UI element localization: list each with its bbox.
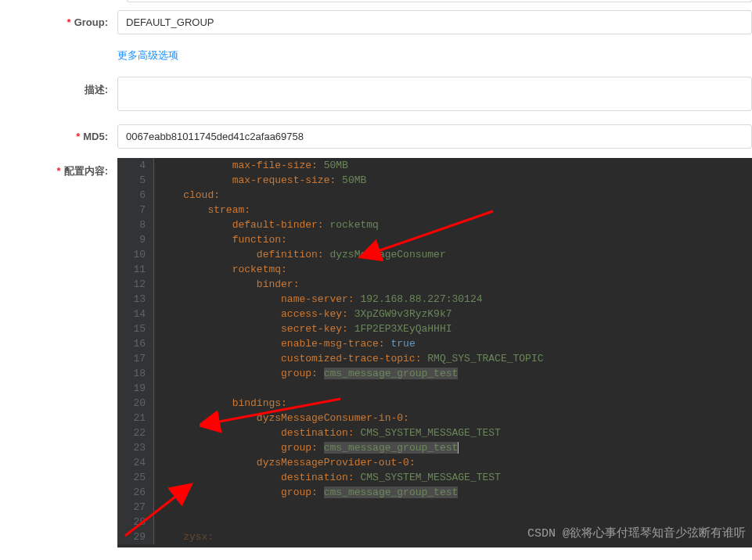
code-line[interactable]: group: cms_message_group_test	[159, 485, 752, 500]
desc-textarea[interactable]	[117, 77, 752, 111]
code-line[interactable]: customized-trace-topic: RMQ_SYS_TRACE_TO…	[159, 351, 752, 366]
group-label-text: Group:	[74, 16, 108, 28]
md5-label: *MD5:	[0, 124, 117, 142]
line-number: 13	[117, 292, 146, 307]
line-number: 15	[117, 321, 146, 336]
line-number: 11	[117, 262, 146, 277]
code-line[interactable]: enable-msg-trace: true	[159, 336, 752, 351]
code-line[interactable]: dyzsMessageConsumer-in-0:	[159, 411, 752, 425]
line-number: 17	[117, 351, 146, 366]
code-line[interactable]	[159, 500, 752, 515]
code-line[interactable]: function:	[159, 232, 752, 247]
code-line[interactable]: secret-key: 1FP2EP3XEyQaHHHI	[159, 321, 752, 336]
code-line[interactable]: destination: CMS_SYSTEM_MESSAGE_TEST	[159, 425, 752, 440]
required-star-icon: *	[57, 165, 61, 177]
more-advanced-link[interactable]: 更多高级选项	[117, 44, 178, 64]
md5-input[interactable]	[117, 124, 752, 149]
group-label: *Group:	[0, 10, 117, 28]
code-line[interactable]: group: cms_message_group_test	[159, 440, 752, 455]
line-number: 10	[117, 247, 146, 262]
line-number: 7	[117, 203, 146, 217]
line-number: 28	[117, 515, 146, 529]
code-line[interactable]: cloud:	[159, 188, 752, 203]
code-line[interactable]: max-file-size: 50MB	[159, 158, 752, 173]
code-line[interactable]: dyzsMessageProvider-out-0:	[159, 455, 752, 470]
line-number: 14	[117, 307, 146, 321]
code-line[interactable]: zysx:	[159, 529, 752, 544]
line-number: 21	[117, 411, 146, 425]
code-line[interactable]: bindings:	[159, 396, 752, 411]
desc-label-text: 描述:	[85, 84, 108, 95]
group-row: *Group:	[0, 10, 752, 34]
line-number: 29	[117, 529, 146, 544]
code-line[interactable]: name-server: 192.168.88.227:30124	[159, 292, 752, 307]
line-number: 9	[117, 232, 146, 247]
prev-field-bottom-edge	[127, 0, 752, 2]
code-line[interactable]: stream:	[159, 203, 752, 217]
code-line[interactable]: binder:	[159, 277, 752, 292]
code-line[interactable]: group: cms_message_group_test	[159, 366, 752, 381]
code-line[interactable]: rocketmq:	[159, 262, 752, 277]
md5-row: *MD5:	[0, 124, 752, 149]
desc-label: 描述:	[0, 77, 117, 97]
code-line[interactable]: destination: CMS_SYSTEM_MESSAGE_TEST	[159, 470, 752, 485]
line-number: 27	[117, 500, 146, 515]
line-number: 26	[117, 485, 146, 500]
code-line[interactable]: max-request-size: 50MB	[159, 173, 752, 188]
group-input[interactable]	[117, 10, 752, 34]
line-number-gutter: 4567891011121314151617181920212223242526…	[117, 158, 154, 544]
md5-label-text: MD5:	[83, 131, 108, 142]
required-star-icon: *	[76, 131, 80, 142]
line-number: 4	[117, 158, 146, 173]
line-number: 5	[117, 173, 146, 188]
advanced-row: 更多高级选项	[0, 44, 752, 64]
line-number: 23	[117, 440, 146, 455]
line-number: 16	[117, 336, 146, 351]
code-line[interactable]: access-key: 3XpZGW9v3RyzK9k7	[159, 307, 752, 321]
content-label: *配置内容:	[0, 158, 117, 178]
line-number: 22	[117, 425, 146, 440]
line-number: 20	[117, 396, 146, 411]
code-line[interactable]	[159, 515, 752, 529]
code-content[interactable]: max-file-size: 50MB max-request-size: 50…	[154, 158, 752, 544]
required-star-icon: *	[67, 16, 71, 28]
line-number: 18	[117, 366, 146, 381]
code-editor[interactable]: 4567891011121314151617181920212223242526…	[117, 158, 752, 547]
content-row: *配置内容: 456789101112131415161718192021222…	[0, 158, 752, 547]
line-number: 24	[117, 455, 146, 470]
desc-row: 描述:	[0, 77, 752, 113]
code-line[interactable]: definition: dyzsMessageConsumer	[159, 247, 752, 262]
line-number: 12	[117, 277, 146, 292]
line-number: 19	[117, 381, 146, 396]
code-line[interactable]	[159, 381, 752, 396]
line-number: 25	[117, 470, 146, 485]
code-line[interactable]: default-binder: rocketmq	[159, 217, 752, 232]
line-number: 8	[117, 217, 146, 232]
line-number: 6	[117, 188, 146, 203]
content-label-text: 配置内容:	[64, 165, 108, 177]
